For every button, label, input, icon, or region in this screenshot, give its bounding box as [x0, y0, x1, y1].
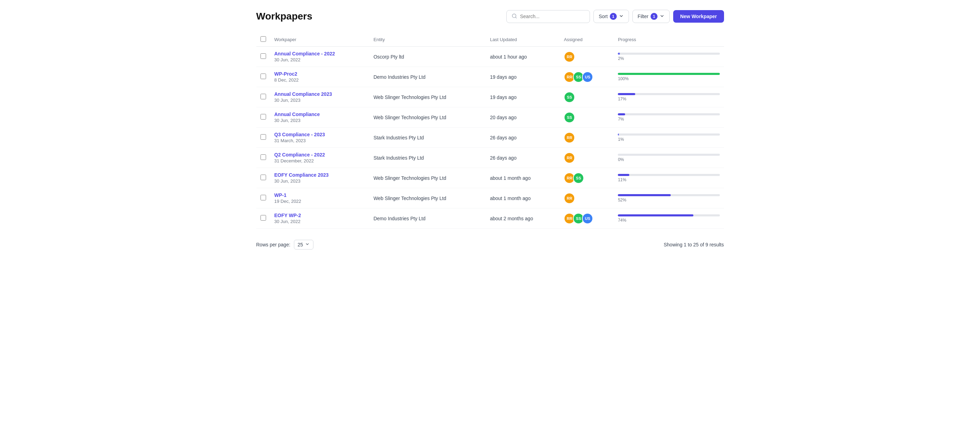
chevron-down-icon — [305, 242, 310, 248]
table-row: Annual Compliance 30 Jun, 2023 Web Sling… — [256, 107, 724, 128]
avatar: RR — [564, 132, 575, 143]
workpaper-date: 30 Jun, 2023 — [274, 97, 365, 103]
table-row: EOFY WP-2 30 Jun, 2022 Demo Industries P… — [256, 208, 724, 228]
progress-bar-track — [618, 154, 719, 156]
progress-bar-track — [618, 174, 719, 176]
progress-cell: 11% — [614, 168, 724, 188]
pagination-info: Showing 1 to 25 of 9 results — [664, 242, 724, 248]
progress-bar-track — [618, 214, 719, 216]
search-icon — [512, 13, 517, 20]
header-controls: Sort 1 Filter 1 New Workpaper — [506, 10, 724, 23]
last-updated: 19 days ago — [490, 74, 517, 80]
entity-name: Oscorp Pty ltd — [373, 54, 404, 60]
progress-bar-fill — [618, 93, 635, 95]
sort-button[interactable]: Sort 1 — [593, 10, 629, 23]
workpaper-link[interactable]: WP-Proc2 — [274, 71, 298, 77]
entity-name: Web Slinger Technologies Pty Ltd — [373, 115, 446, 120]
rows-per-page-value: 25 — [298, 242, 303, 248]
entity-name: Web Slinger Technologies Pty Ltd — [373, 94, 446, 100]
row-checkbox[interactable] — [261, 53, 266, 59]
assigned-avatars: RRSS — [564, 172, 609, 184]
progress-bar-track — [618, 93, 719, 95]
last-updated: about 2 months ago — [490, 216, 533, 221]
table-footer: Rows per page: 25 Showing 1 to 25 of 9 r… — [256, 236, 724, 249]
progress-bar-fill — [618, 194, 671, 196]
page-title: Workpapers — [256, 11, 312, 22]
search-box[interactable] — [506, 10, 590, 23]
workpaper-date: 8 Dec, 2022 — [274, 77, 365, 83]
table-row: EOFY Compliance 2023 30 Jun, 2023 Web Sl… — [256, 168, 724, 188]
progress-bar-track — [618, 134, 719, 136]
progress-label: 52% — [618, 198, 719, 203]
avatar: SS — [564, 112, 575, 123]
entity-name: Web Slinger Technologies Pty Ltd — [373, 175, 446, 181]
avatar: RR — [564, 193, 575, 204]
workpaper-link[interactable]: Annual Compliance - 2022 — [274, 51, 335, 56]
filter-badge: 1 — [651, 13, 657, 20]
row-checkbox[interactable] — [261, 114, 266, 120]
table-header: Workpaper Entity Last Updated Assigned P… — [256, 33, 724, 47]
row-checkbox[interactable] — [261, 94, 266, 99]
progress-label: 17% — [618, 97, 719, 101]
sort-badge: 1 — [610, 13, 617, 20]
col-workpaper: Workpaper — [270, 33, 369, 47]
col-assigned: Assigned — [560, 33, 614, 47]
row-checkbox[interactable] — [261, 154, 266, 160]
workpaper-date: 31 March, 2023 — [274, 138, 365, 143]
progress-cell: 52% — [614, 188, 724, 208]
workpaper-date: 30 Jun, 2023 — [274, 118, 365, 123]
assigned-avatars: RR — [564, 193, 609, 204]
progress-label: 100% — [618, 76, 719, 81]
progress-bar-track — [618, 53, 719, 55]
workpaper-link[interactable]: Q3 Compliance - 2023 — [274, 132, 325, 137]
progress-label: 0% — [618, 157, 719, 162]
progress-bar-track — [618, 73, 719, 75]
table-row: Annual Compliance 2023 30 Jun, 2023 Web … — [256, 87, 724, 107]
entity-name: Stark Industries Pty Ltd — [373, 155, 424, 161]
entity-name: Demo Industries Pty Ltd — [373, 216, 425, 221]
row-checkbox[interactable] — [261, 215, 266, 220]
workpaper-link[interactable]: WP-1 — [274, 192, 286, 198]
workpaper-link[interactable]: Annual Compliance — [274, 112, 320, 117]
assigned-avatars: RR — [564, 152, 609, 163]
rows-per-page-select[interactable]: 25 — [294, 240, 314, 249]
workpaper-link[interactable]: Q2 Compliance - 2022 — [274, 152, 325, 158]
avatar: SS — [564, 92, 575, 103]
assigned-avatars: RRSSUS — [564, 72, 609, 83]
select-all-checkbox[interactable] — [261, 36, 266, 42]
last-updated: 26 days ago — [490, 155, 517, 161]
last-updated: 26 days ago — [490, 135, 517, 141]
search-input[interactable] — [520, 14, 585, 19]
assigned-avatars: SS — [564, 92, 609, 103]
row-checkbox[interactable] — [261, 134, 266, 140]
table-row: WP-1 19 Dec, 2022 Web Slinger Technologi… — [256, 188, 724, 208]
table-row: Q3 Compliance - 2023 31 March, 2023 Star… — [256, 128, 724, 148]
avatar: US — [582, 72, 593, 83]
workpaper-date: 19 Dec, 2022 — [274, 199, 365, 204]
row-checkbox[interactable] — [261, 195, 266, 200]
new-workpaper-button[interactable]: New Workpaper — [673, 10, 724, 22]
avatar: SS — [573, 172, 584, 184]
last-updated: about 1 month ago — [490, 195, 531, 201]
progress-cell: 17% — [614, 87, 724, 107]
progress-cell: 2% — [614, 47, 724, 67]
filter-button[interactable]: Filter 1 — [632, 10, 670, 23]
assigned-avatars: RR — [564, 132, 609, 143]
workpaper-date: 30 Jun, 2023 — [274, 179, 365, 184]
assigned-avatars: RRSSUS — [564, 213, 609, 224]
workpaper-link[interactable]: EOFY Compliance 2023 — [274, 172, 329, 178]
workpaper-link[interactable]: EOFY WP-2 — [274, 212, 301, 218]
workpaper-link[interactable]: Annual Compliance 2023 — [274, 91, 332, 97]
entity-name: Stark Industries Pty Ltd — [373, 135, 424, 141]
svg-line-1 — [515, 17, 517, 18]
progress-bar-track — [618, 194, 719, 196]
progress-label: 11% — [618, 177, 719, 182]
last-updated: about 1 hour ago — [490, 54, 527, 60]
progress-bar-fill — [618, 174, 629, 176]
col-progress: Progress — [614, 33, 724, 47]
progress-bar-fill — [618, 134, 619, 136]
row-checkbox[interactable] — [261, 175, 266, 180]
avatar: RR — [564, 51, 575, 62]
row-checkbox[interactable] — [261, 73, 266, 79]
avatar: US — [582, 213, 593, 224]
